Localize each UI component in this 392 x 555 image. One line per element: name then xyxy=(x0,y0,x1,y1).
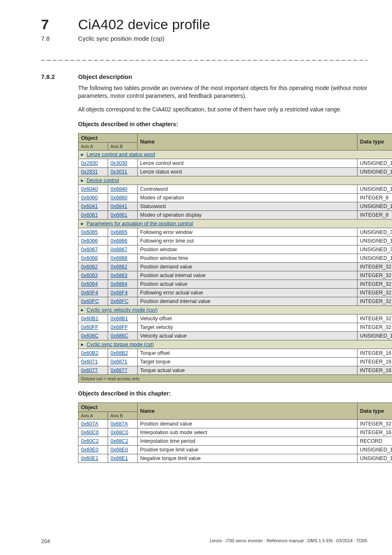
object-link-axis-a[interactable]: 0x6071 xyxy=(81,359,98,365)
section-title: Cyclic sync position mode (csp) xyxy=(78,35,164,42)
object-link-axis-a[interactable]: 0x60E1 xyxy=(81,456,98,461)
object-link-axis-a[interactable]: 0x60B2 xyxy=(81,350,98,356)
object-link-axis-a[interactable]: 0x60B1 xyxy=(81,316,98,321)
object-link-axis-b[interactable]: 0x6863 xyxy=(111,273,127,278)
page-number: 204 xyxy=(41,538,50,544)
object-link-axis-b[interactable]: 0x6868 xyxy=(111,255,127,261)
data-type: INTEGER_32 xyxy=(357,419,392,428)
object-link-axis-b[interactable]: 0x6877 xyxy=(111,368,127,373)
group-link[interactable]: Cyclic sync torque mode (cst) xyxy=(86,342,154,347)
object-link-axis-b[interactable]: 0x68FF xyxy=(111,324,128,330)
object-link-axis-b[interactable]: 0x6864 xyxy=(111,281,127,287)
data-type: INTEGER_16 xyxy=(357,428,392,437)
object-link-axis-b[interactable]: 0x6860 xyxy=(111,195,127,201)
object-link-axis-b[interactable]: 0x6862 xyxy=(111,264,127,270)
group-link[interactable]: Device control xyxy=(86,178,119,183)
object-link-axis-b[interactable]: 0x68C2 xyxy=(111,438,128,444)
disclosure-triangle-icon: ▶ xyxy=(81,308,84,312)
footer-text: Lenze · i700 servo inverter · Reference … xyxy=(210,538,367,544)
table-row: 0x60E10x68E1Negative torque limit valueU… xyxy=(78,454,392,462)
object-link-axis-a[interactable]: 0x6064 xyxy=(81,281,98,287)
object-link-axis-b[interactable]: 0x6841 xyxy=(111,204,127,209)
data-type: UNSIGNED_32 xyxy=(357,245,392,254)
object-link-axis-b[interactable]: 0x6840 xyxy=(111,186,127,192)
data-type: UNSIGNED_16 xyxy=(357,254,392,262)
data-type: INTEGER_8 xyxy=(357,210,392,219)
object-link-axis-a[interactable]: 0x6065 xyxy=(81,229,98,235)
table-row: 0x60680x6868Position window timeUNSIGNED… xyxy=(78,254,392,262)
object-link-axis-a[interactable]: 0x6061 xyxy=(81,212,98,218)
object-link-axis-b[interactable]: 0x6866 xyxy=(111,238,127,244)
chapter-title: CiA402 device profile xyxy=(78,16,210,32)
object-link-axis-a[interactable]: 0x60C2 xyxy=(81,438,99,444)
object-link-axis-a[interactable]: 0x2831 xyxy=(81,169,98,175)
object-link-axis-a[interactable]: 0x607A xyxy=(81,421,98,427)
objects-table-other: Object Name Data type Axis A Axis B ▶ Le… xyxy=(78,133,392,383)
object-link-axis-a[interactable]: 0x606C xyxy=(81,333,99,339)
object-link-axis-a[interactable]: 0x2830 xyxy=(81,160,98,166)
object-link-axis-a[interactable]: 0x6041 xyxy=(81,204,98,209)
object-link-axis-b[interactable]: 0x3031 xyxy=(111,169,127,175)
data-type: INTEGER_32 xyxy=(357,280,392,288)
table-row: 0x60C00x68C0Interpolation sub mode selec… xyxy=(78,428,392,437)
col-header-name: Name xyxy=(138,402,357,419)
data-type: UNSIGNED_16 xyxy=(357,159,392,167)
object-link-axis-a[interactable]: 0x6063 xyxy=(81,273,98,278)
object-link-axis-b[interactable]: 0x686C xyxy=(111,333,128,339)
object-link-axis-a[interactable]: 0x60FF xyxy=(81,324,98,330)
data-type: INTEGER_32 xyxy=(357,314,392,323)
disclosure-triangle-icon: ▶ xyxy=(81,222,84,226)
group-row[interactable]: ▶ Device control xyxy=(78,176,392,185)
object-link-axis-b[interactable]: 0x68C0 xyxy=(111,430,128,435)
table-row: 0x60B20x68B2Torque offsetINTEGER_16 xyxy=(78,349,392,357)
object-link-axis-a[interactable]: 0x6060 xyxy=(81,195,98,201)
object-link-axis-b[interactable]: 0x6871 xyxy=(111,359,127,365)
object-link-axis-b[interactable]: 0x68B2 xyxy=(111,350,128,356)
object-link-axis-b[interactable]: 0x3030 xyxy=(111,160,127,166)
object-link-axis-b[interactable]: 0x68E1 xyxy=(111,456,128,461)
object-link-axis-a[interactable]: 0x6067 xyxy=(81,247,98,252)
object-link-axis-b[interactable]: 0x6865 xyxy=(111,229,127,235)
object-link-axis-a[interactable]: 0x6062 xyxy=(81,264,98,270)
data-type: INTEGER_16 xyxy=(357,366,392,375)
data-type: INTEGER_32 xyxy=(357,271,392,280)
object-link-axis-b[interactable]: 0x687A xyxy=(111,421,128,427)
object-name: Position window time xyxy=(138,254,357,262)
object-link-axis-a[interactable]: 0x6066 xyxy=(81,238,98,244)
object-link-axis-a[interactable]: 0x60C0 xyxy=(81,430,99,435)
table-row: 0x60770x6877Torque actual valueINTEGER_1… xyxy=(78,366,392,375)
table-row: 0x60410x6841StatuswordUNSIGNED_16 xyxy=(78,202,392,210)
object-link-axis-b[interactable]: 0x6861 xyxy=(111,212,127,218)
col-header-datatype: Data type xyxy=(357,402,392,419)
object-link-axis-b[interactable]: 0x6867 xyxy=(111,247,127,252)
table-note: Greyed out = read access only xyxy=(78,375,392,382)
table-row: 0x60610x6861Modes of operation displayIN… xyxy=(78,210,392,219)
object-link-axis-a[interactable]: 0x6068 xyxy=(81,255,98,261)
data-type: UNSIGNED_16 xyxy=(357,454,392,462)
object-link-axis-b[interactable]: 0x68FC xyxy=(111,298,129,304)
object-link-axis-a[interactable]: 0x60FC xyxy=(81,298,99,304)
group-link[interactable]: Parameters for actuation of the position… xyxy=(86,221,193,227)
data-type: RECORD xyxy=(357,437,392,445)
data-type: UNSIGNED_16 xyxy=(357,167,392,176)
data-type: INTEGER_8 xyxy=(357,193,392,202)
paragraph: All objects correspond to the CiA402 spe… xyxy=(78,106,367,113)
object-link-axis-a[interactable]: 0x60F4 xyxy=(81,290,98,296)
table-row: 0x606C0x686CVelocity actual valueUNSIGNE… xyxy=(78,331,392,340)
object-name: Positive torque limit value xyxy=(138,445,357,454)
group-link[interactable]: Cyclic sync velocity mode (csv) xyxy=(86,307,157,313)
object-name: Interpolation time period xyxy=(138,437,357,445)
object-name: Lenze control word xyxy=(138,159,357,167)
object-link-axis-a[interactable]: 0x6040 xyxy=(81,186,98,192)
group-link[interactable]: Lenze control and status word xyxy=(86,152,155,157)
group-row[interactable]: ▶ Parameters for actuation of the positi… xyxy=(78,219,392,228)
group-row[interactable]: ▶ Cyclic sync torque mode (cst) xyxy=(78,340,392,349)
object-link-axis-b[interactable]: 0x68F4 xyxy=(111,290,128,296)
group-row[interactable]: ▶ Cyclic sync velocity mode (csv) xyxy=(78,305,392,314)
object-link-axis-a[interactable]: 0x6077 xyxy=(81,368,98,373)
group-row[interactable]: ▶ Lenze control and status word xyxy=(78,150,392,159)
object-link-axis-a[interactable]: 0x60E0 xyxy=(81,447,98,453)
table-row: 0x60710x6871Target torqueINTEGER_16 xyxy=(78,357,392,366)
object-link-axis-b[interactable]: 0x68E0 xyxy=(111,447,128,453)
object-link-axis-b[interactable]: 0x68B1 xyxy=(111,316,128,321)
